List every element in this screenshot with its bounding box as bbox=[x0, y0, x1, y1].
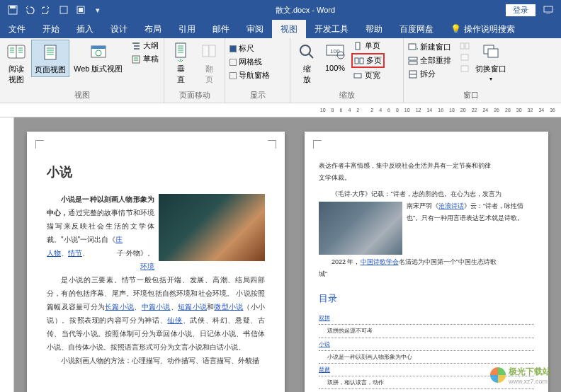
ruler-checkbox[interactable]: 标尺 bbox=[228, 42, 271, 54]
tab-reference[interactable]: 引用 bbox=[170, 20, 204, 38]
page-view-button[interactable]: 页面视图 bbox=[31, 40, 69, 77]
vertical-ruler[interactable] bbox=[0, 117, 14, 392]
link-zhuang[interactable]: 庄 bbox=[115, 236, 123, 243]
tab-insert[interactable]: 插入 bbox=[68, 20, 102, 38]
paragraph: 南宋严羽《沧浪诗话》云："诗者，咏性情也"。只有一种用言语表达艺术就是诗歌。 bbox=[319, 200, 534, 224]
document-title: 散文.docx - Word bbox=[105, 5, 506, 16]
toc-item[interactable]: 小说 bbox=[319, 338, 534, 351]
outline-view-button[interactable]: 大纲 bbox=[130, 40, 160, 52]
switch-window-button[interactable]: 切换窗口 ▾ bbox=[472, 40, 509, 83]
paragraph: 文学体裁。 bbox=[319, 172, 534, 184]
qat-dropdown-icon[interactable]: ▾ bbox=[91, 3, 105, 17]
ruler-label: 标尺 bbox=[239, 43, 254, 54]
link-shige[interactable]: 中国诗歌学会 bbox=[361, 258, 399, 265]
svg-rect-5 bbox=[544, 6, 552, 12]
toc-item[interactable]: 双拼 bbox=[319, 312, 534, 325]
split-icon bbox=[408, 70, 418, 79]
tab-help[interactable]: 帮助 bbox=[357, 20, 391, 38]
outline-label: 大纲 bbox=[143, 40, 159, 51]
tab-mail[interactable]: 邮件 bbox=[204, 20, 238, 38]
qat4-icon[interactable] bbox=[57, 3, 71, 17]
svg-rect-13 bbox=[203, 45, 209, 57]
svg-rect-23 bbox=[409, 44, 416, 50]
window-group-label: 窗口 bbox=[407, 89, 536, 101]
qat5-icon[interactable] bbox=[74, 3, 88, 17]
svg-rect-28 bbox=[460, 43, 464, 49]
draft-view-button[interactable]: 草稿 bbox=[130, 53, 160, 65]
split-label: 拆分 bbox=[420, 69, 436, 79]
link-zhongpian[interactable]: 中篇小说 bbox=[142, 303, 171, 311]
new-window-button[interactable]: ✶新建窗口 bbox=[407, 41, 453, 53]
link-weixing[interactable]: 微型小说 bbox=[214, 303, 243, 311]
toc-heading: 目录 bbox=[319, 290, 534, 308]
show-group-label: 显示 bbox=[228, 89, 287, 101]
toc-subitem: 双拼的起源不可考 bbox=[319, 325, 534, 338]
switch-window-icon bbox=[480, 41, 502, 62]
link-huanjing[interactable]: 环境 bbox=[126, 260, 154, 273]
svg-rect-26 bbox=[409, 62, 417, 64]
save-icon[interactable] bbox=[6, 3, 20, 17]
login-button[interactable]: 登录 bbox=[506, 4, 536, 16]
link-canglang[interactable]: 沧浪诗话 bbox=[438, 202, 464, 209]
tab-file[interactable]: 文件 bbox=[0, 20, 34, 38]
tab-dev[interactable]: 开发工具 bbox=[306, 20, 357, 38]
page-width-button[interactable]: 页宽 bbox=[351, 69, 385, 81]
link-renwu[interactable]: 人物 bbox=[47, 249, 61, 257]
link-changpian[interactable]: 长篇小说 bbox=[105, 303, 134, 311]
zoom-icon bbox=[296, 41, 317, 62]
svg-rect-20 bbox=[355, 58, 358, 64]
arrange-label: 全部重排 bbox=[420, 55, 451, 66]
zoom-button[interactable]: 缩 放 bbox=[293, 40, 320, 86]
link-duanpian[interactable]: 短篇小说 bbox=[178, 303, 207, 311]
redo-icon[interactable] bbox=[40, 3, 54, 17]
tell-me-label: 操作说明搜索 bbox=[464, 23, 515, 35]
zoom-label: 缩 放 bbox=[303, 64, 311, 85]
watermark-url: www.xz7.com bbox=[509, 378, 551, 385]
inline-image-1[interactable] bbox=[159, 194, 265, 261]
ribbon-options-icon[interactable] bbox=[541, 3, 555, 17]
arrange-all-button[interactable]: 全部重排 bbox=[407, 54, 453, 67]
pagemove-group-label: 页面移动 bbox=[167, 89, 222, 101]
tab-tell-me[interactable]: 💡 操作说明搜索 bbox=[442, 20, 523, 38]
paragraph: 小说是一种以刻画人物形象为中心，通过完整的故事情节和环境描写来反映社会生活的文学… bbox=[47, 192, 265, 260]
paragraph: 是小说的三要素。情节一般包括开端、发展、高潮、结局四部分，有的包括序幕、尾声。环… bbox=[47, 273, 265, 354]
document-page-2[interactable]: 表达作者丰富情感，集中反映社会生活并具有一定节奏和韵律 文学体裁。 《毛诗·大序… bbox=[305, 132, 548, 392]
vertical-icon bbox=[170, 41, 191, 62]
hundred-button[interactable]: 100 100% bbox=[322, 40, 348, 74]
undo-icon[interactable] bbox=[23, 3, 37, 17]
web-view-button[interactable]: Web 版式视图 bbox=[71, 40, 125, 76]
link-xianxia[interactable]: 仙侠 bbox=[167, 316, 182, 324]
grid-checkbox[interactable]: 网格线 bbox=[228, 56, 271, 68]
tab-baidu[interactable]: 百度网盘 bbox=[391, 20, 442, 38]
svg-rect-25 bbox=[409, 57, 417, 60]
tab-layout[interactable]: 布局 bbox=[136, 20, 170, 38]
svg-rect-9 bbox=[91, 46, 106, 49]
page-width-label: 页宽 bbox=[365, 70, 380, 81]
hundred-label: 100% bbox=[325, 64, 345, 72]
vertical-button[interactable]: 垂 直 bbox=[167, 40, 194, 86]
nav-label: 导航窗格 bbox=[239, 70, 270, 81]
multi-page-button[interactable]: 多页 bbox=[353, 54, 383, 67]
link-qingjie[interactable]: 情节 bbox=[68, 249, 82, 257]
flip-icon bbox=[198, 41, 220, 62]
svg-rect-4 bbox=[79, 8, 83, 12]
paragraph: 小说刻画人物的方法：心理描写、动作描写、语言描写、外貌描 bbox=[47, 354, 265, 367]
document-page-1[interactable]: 小说 小说是一种以刻画人物形象为中心，通过完整的故事情节和环境描写来反映社会生活… bbox=[27, 132, 285, 392]
horizontal-ruler[interactable]: 10864224681012141618202224262830323436 bbox=[0, 103, 561, 117]
tab-home[interactable]: 开始 bbox=[34, 20, 68, 38]
checkbox-icon bbox=[230, 72, 237, 79]
svg-rect-2 bbox=[60, 6, 67, 13]
toc-subitem: 小说是一种以刻画人物形象为中心 bbox=[319, 351, 534, 364]
nav-checkbox[interactable]: 导航窗格 bbox=[228, 69, 271, 81]
svg-rect-11 bbox=[132, 56, 140, 63]
side-by-side-button bbox=[458, 41, 471, 51]
web-view-icon bbox=[88, 41, 109, 62]
single-page-button[interactable]: 单页 bbox=[351, 40, 385, 52]
tab-design[interactable]: 设计 bbox=[102, 20, 136, 38]
split-button[interactable]: 拆分 bbox=[407, 68, 453, 80]
draft-icon bbox=[131, 54, 141, 64]
read-view-button[interactable]: 阅读 视图 bbox=[3, 40, 30, 86]
inline-image-2[interactable] bbox=[319, 202, 402, 255]
tab-view[interactable]: 视图 bbox=[272, 20, 306, 38]
tab-review[interactable]: 审阅 bbox=[238, 20, 272, 38]
